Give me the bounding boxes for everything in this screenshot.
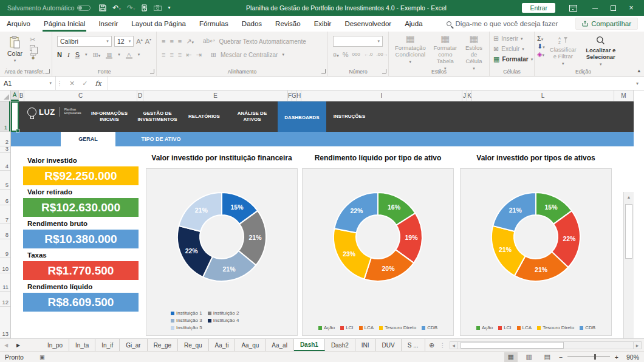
sign-in-button[interactable]: Entrar [522, 3, 555, 13]
undo-button[interactable]: ↶▾ [112, 4, 121, 12]
column-header-D[interactable]: D [137, 90, 143, 101]
increase-decimal-icon[interactable]: ←.0 [364, 52, 373, 57]
chart-panel[interactable]: 16%19%20%23%22%AçãoLCILCATesouro DiretoC… [302, 168, 454, 336]
nav-tab-instru-es[interactable]: INSTRUÇÕES [326, 101, 372, 132]
maximize-button[interactable] [604, 1, 622, 15]
shrink-font-icon[interactable]: A▾ [145, 38, 151, 45]
wrap-text-button[interactable]: Quebrar Texto Automaticamente [219, 38, 306, 45]
zoom-out-icon[interactable]: − [559, 353, 563, 361]
ribbon-tab-ajuda[interactable]: Ajuda [398, 16, 429, 32]
save-icon[interactable] [99, 4, 106, 12]
tell-me-search[interactable]: Diga-me o que você deseja fazer [447, 20, 558, 27]
insert-function-icon[interactable]: fx [95, 80, 101, 87]
font-size-select[interactable]: 12▾ [114, 36, 134, 47]
clipboard-dialog-launcher[interactable] [46, 69, 50, 73]
row-header-7[interactable]: 7 [0, 205, 10, 224]
column-header-H[interactable]: H [296, 90, 301, 101]
camera-icon[interactable] [154, 5, 162, 11]
zoom-slider-thumb[interactable] [594, 354, 596, 360]
number-format-select[interactable]: ▾ [333, 36, 383, 47]
sheet-tab-in-if[interactable]: In_if [95, 339, 120, 351]
underline-button[interactable]: S [75, 52, 80, 58]
minimize-button[interactable] [586, 1, 604, 15]
bold-button[interactable]: N [57, 52, 62, 58]
select-all-corner[interactable] [0, 90, 11, 101]
align-top-icon[interactable]: ≡ [162, 38, 165, 45]
ribbon-tab-desenvolvedor[interactable]: Desenvolvedor [338, 16, 398, 32]
column-header-I[interactable]: I [301, 90, 462, 101]
ribbon-tab-layout-da-página[interactable]: Layout da Página [125, 16, 193, 32]
increase-indent-icon[interactable]: ⇥ [196, 52, 201, 58]
percent-style-icon[interactable]: % [343, 52, 349, 58]
row-header-2[interactable]: 2 [0, 132, 10, 146]
merge-dropdown-icon[interactable]: ▾ [282, 52, 284, 57]
ribbon-tab-exibir[interactable]: Exibir [307, 16, 338, 32]
number-dialog-launcher[interactable] [382, 69, 386, 73]
format-as-table-button[interactable]: ▦ Formatar como Tabela▾ [430, 33, 461, 69]
print-preview-icon[interactable] [141, 4, 148, 12]
row-header-10[interactable]: 10 [0, 258, 10, 273]
row-header-4[interactable]: 4 [0, 153, 10, 171]
column-header-L[interactable]: L [472, 90, 614, 101]
fill-icon[interactable]: ⬇▾ [537, 43, 545, 50]
page-break-view-icon[interactable]: ▤ [541, 352, 554, 362]
sheet-tab-s-[interactable]: S ... [402, 339, 425, 351]
ribbon-tab-revisão[interactable]: Revisão [269, 16, 307, 32]
font-dialog-launcher[interactable] [150, 69, 154, 73]
expand-formula-bar-icon[interactable]: ▾ [631, 77, 644, 90]
sheet-tab-dash2[interactable]: Dash2 [325, 339, 355, 351]
scroll-up-icon[interactable]: ▲ [624, 192, 634, 202]
delete-cells-button[interactable]: ⊠Excluir▾ [490, 44, 534, 54]
align-left-icon[interactable]: ≡ [162, 52, 165, 58]
horizontal-scrollbar-track[interactable] [458, 341, 634, 349]
accounting-format-icon[interactable]: ¤▾ [333, 52, 339, 58]
fill-color-icon[interactable]: ▨ [106, 52, 112, 58]
align-bottom-icon[interactable]: ≡ [178, 38, 182, 45]
row-header-11[interactable]: 11 [0, 273, 10, 292]
italic-button[interactable]: I [67, 52, 70, 58]
ribbon-tab-arquivo[interactable]: Arquivo [0, 16, 37, 32]
formula-input[interactable] [108, 77, 631, 90]
sub-tab-geral[interactable]: GERAL [61, 132, 115, 146]
align-right-icon[interactable]: ≡ [178, 52, 182, 58]
row-header-8[interactable]: 8 [0, 224, 10, 239]
autosum-icon[interactable]: Σ▾ [537, 35, 545, 42]
chart-panel[interactable]: 15%22%21%21%21%AçãoLCILCATesouro DiretoC… [460, 168, 612, 336]
sheet-tab-in-ta[interactable]: In_ta [69, 339, 95, 351]
sort-filter-button[interactable]: AZ Classificar e Filtrar▾ [545, 35, 581, 68]
sheet-tab-aa-ti[interactable]: Aa_ti [209, 339, 236, 351]
sheet-nav-right-icon[interactable]: ▶ [12, 339, 24, 351]
sheet-tab-ini[interactable]: INI [355, 339, 376, 351]
row-header-3[interactable]: 3 [0, 146, 10, 153]
normal-view-icon[interactable]: ▦ [504, 352, 518, 362]
row-header-1[interactable]: 1 [0, 101, 10, 132]
zoom-slider[interactable] [567, 357, 610, 357]
cancel-icon[interactable]: ✕ [69, 80, 75, 87]
paste-button[interactable]: Colar ▾ [4, 35, 26, 64]
vertical-scrollbar[interactable]: ▲ ▼ [623, 192, 634, 338]
sheet-tab-aa-qu[interactable]: Aa_qu [235, 339, 265, 351]
align-middle-icon[interactable]: ≡ [170, 38, 173, 45]
row-header-9[interactable]: 9 [0, 239, 10, 258]
find-select-button[interactable]: Localizar e Selecionar▾ [581, 35, 620, 68]
column-header-M[interactable]: M [614, 90, 634, 101]
close-button[interactable]: × [622, 1, 640, 15]
zoom-in-icon[interactable]: + [615, 353, 618, 361]
cut-icon[interactable]: ✂ [30, 36, 36, 43]
alignment-dialog-launcher[interactable] [321, 69, 326, 73]
insert-cells-button[interactable]: ⊞Inserir▾ [490, 33, 534, 44]
new-sheet-button[interactable]: ⊕ [425, 339, 439, 351]
column-header-B[interactable]: B [19, 90, 24, 101]
clear-icon[interactable]: ◈▾ [537, 51, 545, 58]
nav-tab-relat-rios[interactable]: RELATÓRIOS [182, 101, 227, 132]
grow-font-icon[interactable]: A▴ [136, 38, 142, 45]
align-center-icon[interactable]: ≡ [170, 52, 173, 58]
horizontal-scrollbar-thumb[interactable] [461, 342, 564, 349]
conditional-formatting-button[interactable]: ▦ Formatação Condicional▾ [391, 33, 430, 69]
sheet-tab-in-po[interactable]: In_po [41, 339, 69, 351]
autosave-control[interactable]: Salvamento Automático [7, 4, 91, 12]
cell-styles-button[interactable]: ▦ Estilos de Célula▾ [461, 33, 487, 69]
row-header-6[interactable]: 6 [0, 190, 10, 205]
orientation-icon[interactable]: ↗▾ [186, 38, 194, 45]
sheet-tab-re-qu[interactable]: Re_qu [178, 339, 208, 351]
